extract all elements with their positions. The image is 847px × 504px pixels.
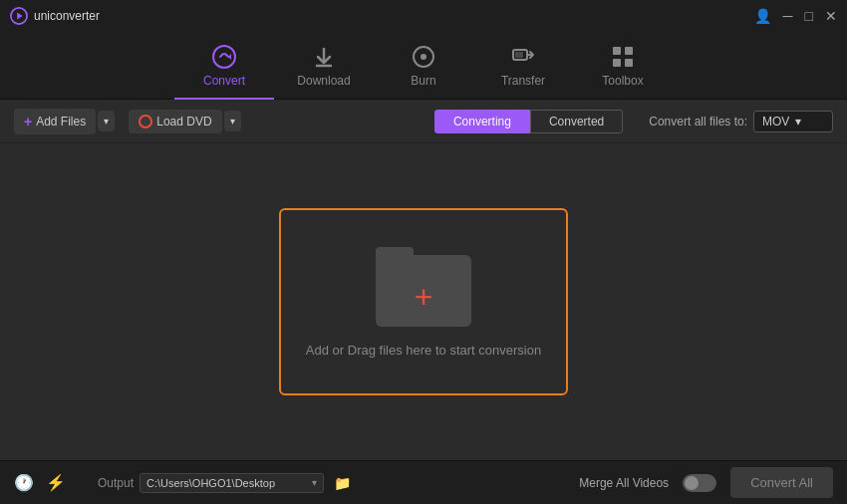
- convert-to-container: Convert all files to: MOV ▾: [649, 111, 833, 132]
- format-dropdown-icon: ▾: [795, 115, 801, 128]
- nav-item-burn[interactable]: Burn: [374, 32, 473, 100]
- titlebar-left: uniconverter: [10, 7, 100, 25]
- download-nav-icon: [311, 44, 337, 70]
- maximize-icon[interactable]: □: [805, 8, 813, 24]
- svg-marker-3: [228, 54, 231, 60]
- app-logo-icon: [10, 7, 28, 25]
- app-title: uniconverter: [34, 9, 100, 23]
- navbar: Convert Download Burn Transfer: [0, 32, 847, 100]
- merge-label: Merge All Videos: [579, 476, 669, 490]
- plus-icon: +: [24, 114, 32, 129]
- svg-rect-8: [515, 52, 523, 58]
- toggle-knob: [685, 476, 699, 490]
- svg-marker-1: [17, 12, 22, 19]
- convert-nav-icon: [211, 44, 237, 70]
- svg-point-2: [213, 46, 235, 68]
- nav-item-convert[interactable]: Convert: [174, 32, 274, 100]
- convert-all-button[interactable]: Convert All: [730, 467, 833, 498]
- svg-rect-11: [613, 59, 621, 67]
- toolbar: + Add Files ▾ Load DVD ▾ Converting Conv…: [0, 100, 847, 143]
- nav-label-burn: Burn: [411, 74, 435, 88]
- output-label: Output: [98, 476, 134, 490]
- svg-rect-9: [613, 47, 621, 55]
- convert-to-label: Convert all files to:: [649, 115, 747, 128]
- titlebar-controls: 👤 ─ □ ✕: [754, 8, 837, 24]
- format-select[interactable]: MOV ▾: [753, 111, 833, 132]
- load-dvd-label: Load DVD: [156, 115, 211, 128]
- dvd-icon: [139, 115, 152, 128]
- flash-icon[interactable]: ⚡: [46, 473, 66, 492]
- output-path: C:\Users\OHGO1\Desktop: [146, 477, 306, 489]
- close-icon[interactable]: ✕: [825, 8, 837, 24]
- svg-rect-12: [625, 59, 633, 67]
- add-files-dropdown-button[interactable]: ▾: [98, 111, 115, 131]
- footer: 🕐 ⚡ Output C:\Users\OHGO1\Desktop ▾ 📁 Me…: [0, 460, 847, 504]
- load-dvd-dropdown-button[interactable]: ▾: [224, 111, 241, 131]
- nav-label-transfer: Transfer: [501, 74, 545, 88]
- footer-left: 🕐 ⚡ Output C:\Users\OHGO1\Desktop ▾ 📁: [14, 473, 351, 493]
- user-icon[interactable]: 👤: [754, 8, 771, 24]
- merge-toggle[interactable]: [683, 474, 716, 492]
- svg-point-6: [421, 54, 426, 60]
- history-icon[interactable]: 🕐: [14, 473, 34, 492]
- nav-item-download[interactable]: Download: [274, 32, 374, 100]
- load-dvd-button[interactable]: Load DVD: [129, 110, 221, 133]
- transfer-nav-icon: [510, 44, 536, 70]
- nav-item-transfer[interactable]: Transfer: [473, 32, 573, 100]
- burn-nav-icon: [411, 44, 436, 70]
- output-path-container[interactable]: C:\Users\OHGO1\Desktop ▾: [140, 473, 324, 493]
- footer-output: Output C:\Users\OHGO1\Desktop ▾ 📁: [98, 473, 351, 493]
- nav-label-convert: Convert: [203, 74, 245, 88]
- conversion-tabs: Converting Converted: [434, 110, 623, 133]
- format-value: MOV: [762, 115, 789, 128]
- converting-tab[interactable]: Converting: [434, 110, 530, 133]
- converted-tab[interactable]: Converted: [530, 110, 623, 133]
- folder-icon: +: [376, 247, 471, 327]
- add-files-label: Add Files: [36, 115, 86, 128]
- add-files-button[interactable]: + Add Files: [14, 109, 96, 134]
- output-dropdown-icon: ▾: [312, 477, 317, 488]
- folder-plus-icon: +: [415, 281, 433, 313]
- nav-item-toolbox[interactable]: Toolbox: [573, 32, 673, 100]
- drop-zone-text: Add or Drag files here to start conversi…: [306, 343, 541, 358]
- drop-zone[interactable]: + Add or Drag files here to start conver…: [279, 208, 568, 395]
- folder-body: +: [376, 255, 471, 327]
- nav-label-toolbox: Toolbox: [602, 74, 643, 88]
- minimize-icon[interactable]: ─: [783, 8, 793, 24]
- svg-rect-10: [625, 47, 633, 55]
- nav-label-download: Download: [297, 74, 350, 88]
- footer-right: Merge All Videos Convert All: [579, 467, 833, 498]
- main-content: + Add or Drag files here to start conver…: [0, 143, 847, 460]
- toolbox-nav-icon: [610, 44, 636, 70]
- titlebar: uniconverter 👤 ─ □ ✕: [0, 0, 847, 32]
- output-folder-icon[interactable]: 📁: [334, 475, 351, 491]
